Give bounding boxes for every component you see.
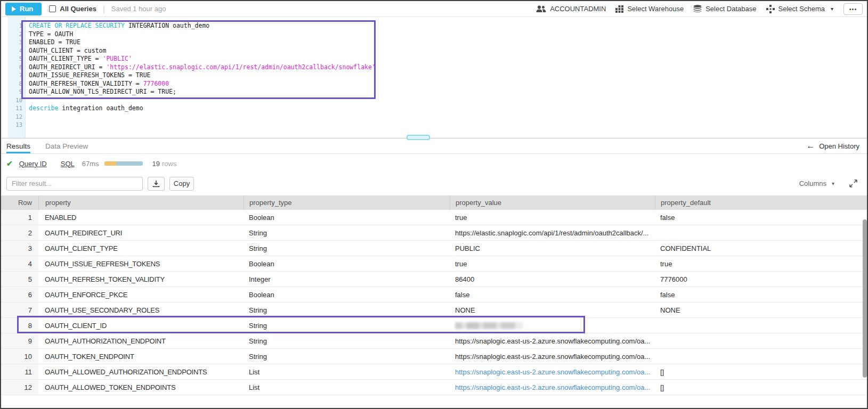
property-cell: OAUTH_CLIENT_ID: [38, 318, 244, 333]
code-line[interactable]: OAUTH_REDIRECT_URI = 'https://elastic.sn…: [29, 63, 867, 72]
property-cell: OAUTH_ISSUE_REFRESH_TOKENS: [38, 256, 244, 271]
property-cell: OAUTH_ALLOWED_TOKEN_ENDPOINTS: [38, 380, 244, 395]
success-check-icon: ✔: [6, 159, 13, 168]
duration-bar: [104, 161, 143, 166]
table-row[interactable]: 2OAUTH_REDIRECT_URIStringhttps://elastic…: [1, 225, 867, 241]
table-row[interactable]: 12OAUTH_ALLOWED_TOKEN_ENDPOINTSListhttps…: [1, 380, 867, 395]
sql-editor[interactable]: 12345678910111213 CREATE OR REPLACE SECU…: [1, 17, 867, 138]
download-icon: [152, 180, 160, 187]
sql-text: OAUTH_ALLOW_NON_TLS_REDIRECT_URI = TRUE;: [29, 88, 176, 95]
result-actions-bar: Copy Columns ▾: [1, 173, 867, 194]
run-button[interactable]: Run: [5, 3, 42, 15]
table-row[interactable]: 11OAUTH_ALLOWED_AUTHORIZATION_ENDPOINTSL…: [1, 364, 867, 380]
column-header-property_default[interactable]: property_default: [655, 195, 867, 210]
code-line[interactable]: TYPE = OAUTH: [29, 30, 867, 39]
sql-link[interactable]: SQL: [61, 160, 75, 168]
property-type-cell: Boolean: [244, 256, 450, 271]
sql-text: TYPE = OAUTH: [29, 30, 73, 38]
schema-selector[interactable]: Select Schema ▾: [766, 5, 833, 13]
sql-text: OAUTH_REFRESH_TOKEN_VALIDITY =: [29, 80, 143, 87]
line-number: 7: [8, 71, 25, 80]
tab-results[interactable]: Results: [6, 138, 30, 153]
property-value-cell: https://snaplogic.east-us-2.azure.snowfl…: [450, 380, 655, 395]
property-cell: ENABLED: [38, 210, 244, 225]
columns-caret-icon: ▾: [832, 181, 834, 186]
copy-button[interactable]: Copy: [169, 177, 194, 191]
property-type-cell: String: [244, 318, 450, 333]
tab-data-preview[interactable]: Data Preview: [45, 138, 88, 153]
filter-result-input[interactable]: [6, 177, 143, 191]
schema-label: Select Schema: [778, 5, 825, 13]
column-header-property[interactable]: property: [38, 195, 244, 210]
row-number-cell: 3: [1, 241, 38, 256]
code-line[interactable]: OAUTH_ISSUE_REFRESH_TOKENS = TRUE: [29, 71, 867, 80]
all-queries-checkbox[interactable]: [49, 5, 56, 12]
table-row[interactable]: 7OAUTH_USE_SECONDARY_ROLESStringNONENONE: [1, 302, 867, 318]
property-cell: OAUTH_REDIRECT_URI: [38, 225, 244, 240]
table-row[interactable]: 10OAUTH_TOKEN_ENDPOINTStringhttps://snap…: [1, 349, 867, 364]
open-history-button[interactable]: ← Open History: [806, 142, 862, 150]
role-selector[interactable]: ACCOUNTADMIN: [536, 5, 606, 13]
row-number-cell: 12: [1, 380, 38, 395]
table-row[interactable]: 1ENABLEDBooleantruefalse: [1, 210, 867, 225]
row-number-cell: 9: [1, 333, 38, 348]
table-vertical-scrollbar[interactable]: [863, 219, 867, 378]
sql-keyword: describe: [29, 104, 58, 112]
table-row[interactable]: 8OAUTH_CLIENT_IDString: [1, 318, 867, 333]
table-row[interactable]: 3OAUTH_CLIENT_TYPEStringPUBLICCONFIDENTI…: [1, 241, 867, 256]
code-line[interactable]: OAUTH_CLIENT_TYPE = 'PUBLIC': [29, 55, 867, 63]
table-row[interactable]: 6OAUTH_ENFORCE_PKCEBooleanfalsefalse: [1, 287, 867, 302]
code-line[interactable]: ENABLED = TRUE: [29, 38, 867, 47]
property-default-cell: false: [655, 287, 867, 302]
expand-results-button[interactable]: [849, 179, 857, 187]
toolbar-context-group: ACCOUNTADMIN Select Warehouse: [536, 3, 863, 15]
table-header-row: Rowpropertyproperty_typeproperty_valuepr…: [1, 195, 867, 210]
sql-text: OAUTH_REDIRECT_URI =: [29, 63, 106, 71]
code-line[interactable]: OAUTH_ALLOW_NON_TLS_REDIRECT_URI = TRUE;: [29, 88, 867, 96]
property-cell: OAUTH_ENFORCE_PKCE: [38, 287, 244, 302]
property-value-cell: https://snaplogic.east-us-2.azure.snowfl…: [450, 364, 655, 379]
column-header-property_value[interactable]: property_value: [450, 195, 655, 210]
code-line[interactable]: [29, 96, 867, 105]
code-line[interactable]: CREATE OR REPLACE SECURITY INTEGRATION o…: [29, 22, 867, 30]
line-number: 2: [8, 30, 25, 39]
code-line[interactable]: describe integration oauth_demo: [29, 104, 867, 113]
column-header-row[interactable]: Row: [1, 195, 38, 210]
property-default-cell: []: [655, 380, 867, 395]
warehouse-label: Select Warehouse: [627, 5, 684, 13]
columns-dropdown[interactable]: Columns ▾: [799, 179, 834, 187]
run-button-label: Run: [20, 5, 33, 13]
toolbar-divider: |: [103, 4, 105, 13]
property-type-cell: Boolean: [244, 287, 450, 302]
sql-text: integration oauth_demo: [58, 104, 143, 112]
property-type-cell: List: [244, 364, 450, 379]
code-line[interactable]: OAUTH_CLIENT = custom: [29, 47, 867, 55]
redacted-client-id: [455, 322, 523, 329]
line-number: 11: [8, 104, 25, 113]
code-line[interactable]: OAUTH_REFRESH_TOKEN_VALIDITY = 7776000: [29, 80, 867, 88]
code-line[interactable]: [29, 113, 867, 121]
property-default-cell: [655, 318, 867, 333]
columns-label: Columns: [799, 179, 826, 187]
line-number: 1: [8, 22, 25, 30]
download-button[interactable]: [148, 177, 165, 191]
line-number: 3: [8, 38, 25, 47]
line-number: 10: [8, 96, 25, 105]
property-cell: OAUTH_USE_SECONDARY_ROLES: [38, 302, 244, 317]
warehouse-selector[interactable]: Select Warehouse: [615, 5, 684, 13]
query-id-link[interactable]: Query ID: [19, 160, 47, 168]
property-type-cell: String: [244, 349, 450, 364]
property-value-cell: NONE: [450, 302, 655, 317]
table-row[interactable]: 5OAUTH_REFRESH_TOKEN_VALIDITYInteger8640…: [1, 272, 867, 287]
line-number: 5: [8, 55, 25, 63]
query-info-bar: ✔ Query ID SQL 67ms 19 rows: [1, 154, 867, 173]
property-default-cell: false: [655, 210, 867, 225]
more-options-button[interactable]: •••: [843, 3, 863, 15]
property-cell: OAUTH_TOKEN_ENDPOINT: [38, 349, 244, 364]
line-number: 12: [8, 113, 25, 121]
table-row[interactable]: 9OAUTH_AUTHORIZATION_ENDPOINTStringhttps…: [1, 333, 867, 349]
column-header-property_type[interactable]: property_type: [244, 195, 450, 210]
table-row[interactable]: 4OAUTH_ISSUE_REFRESH_TOKENSBooleantruetr…: [1, 256, 867, 272]
database-selector[interactable]: Select Database: [693, 5, 756, 13]
code-line[interactable]: [29, 121, 867, 129]
